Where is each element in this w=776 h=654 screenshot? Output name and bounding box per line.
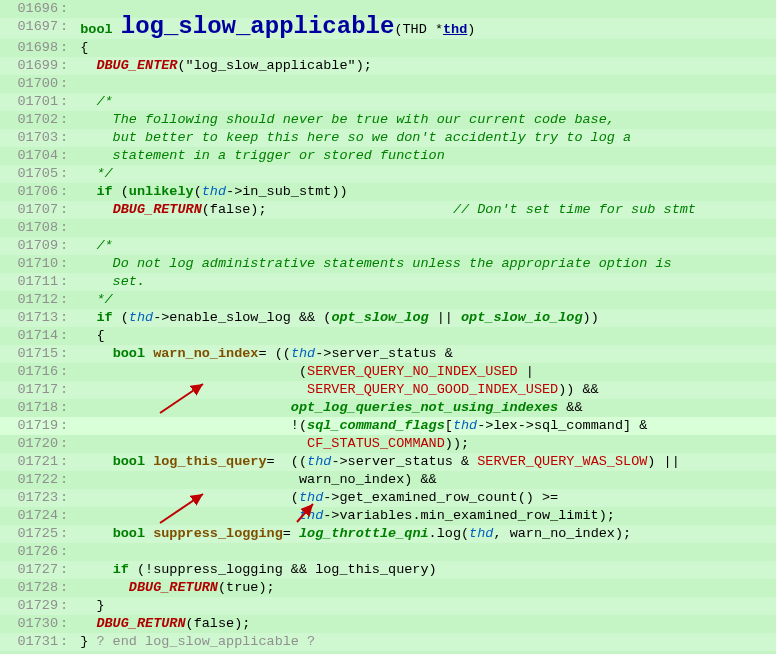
line-number: 01724 xyxy=(0,507,60,525)
code-line: 01718: opt_log_queries_not_using_indexes… xyxy=(0,399,776,417)
line-number: 01712 xyxy=(0,291,60,309)
line-number: 01726 xyxy=(0,543,60,561)
var-warn-no-index: warn_no_index xyxy=(153,346,258,361)
code-line: 01724: thd->variables.min_examined_row_l… xyxy=(0,507,776,525)
line-number: 01701 xyxy=(0,93,60,111)
line-number: 01715 xyxy=(0,345,60,363)
line-number: 01707 xyxy=(0,201,60,219)
line-number: 01711 xyxy=(0,273,60,291)
line-number: 01713 xyxy=(0,309,60,327)
line-number: 01719 xyxy=(0,417,60,435)
code-line: 01714: { xyxy=(0,327,776,345)
code-line: 01707: DBUG_RETURN(false); // Don't set … xyxy=(0,201,776,219)
code-line: 01711: set. xyxy=(0,273,776,291)
code-line: 01706: if (unlikely(thd->in_sub_stmt)) xyxy=(0,183,776,201)
line-number: 01702 xyxy=(0,111,60,129)
code-line: 01717: SERVER_QUERY_NO_GOOD_INDEX_USED))… xyxy=(0,381,776,399)
code-line: 01722: warn_no_index) && xyxy=(0,471,776,489)
line-number: 01709 xyxy=(0,237,60,255)
line-number: 01728 xyxy=(0,579,60,597)
code-line: 01719: !(sql_command_flags[thd->lex->sql… xyxy=(0,417,776,435)
line-number: 01731 xyxy=(0,633,60,651)
line-number: 01725 xyxy=(0,525,60,543)
code-line: 01710: Do not log administrative stateme… xyxy=(0,255,776,273)
code-line: 01698: { xyxy=(0,39,776,57)
code-line: 01715: bool warn_no_index= ((thd->server… xyxy=(0,345,776,363)
line-number: 01706 xyxy=(0,183,60,201)
line-number: 01721 xyxy=(0,453,60,471)
line-number: 01696 xyxy=(0,0,60,18)
line-number: 01704 xyxy=(0,147,60,165)
line-number: 01698 xyxy=(0,39,60,57)
line-number: 01703 xyxy=(0,129,60,147)
line-number: 01700 xyxy=(0,75,60,93)
line-number: 01722 xyxy=(0,471,60,489)
line-number: 01727 xyxy=(0,561,60,579)
code-line: 01713: if (thd->enable_slow_log && (opt_… xyxy=(0,309,776,327)
line-number: 01717 xyxy=(0,381,60,399)
code-line: 01699: DBUG_ENTER("log_slow_applicable")… xyxy=(0,57,776,75)
line-number: 01723 xyxy=(0,489,60,507)
code-line: 01723: (thd->get_examined_row_count() >= xyxy=(0,489,776,507)
code-line: 01729: } xyxy=(0,597,776,615)
code-line: 01727: if (!suppress_logging && log_this… xyxy=(0,561,776,579)
code-line: 01708: xyxy=(0,219,776,237)
code-line: 01731: } ? end log_slow_applicable ? xyxy=(0,633,776,651)
code-line: 01702: The following should never be tru… xyxy=(0,111,776,129)
line-number: 01714 xyxy=(0,327,60,345)
code-line: 01704: statement in a trigger or stored … xyxy=(0,147,776,165)
code-line: 01697: bool log_slow_applicable(THD *thd… xyxy=(0,18,776,39)
code-line: 01720: CF_STATUS_COMMAND)); xyxy=(0,435,776,453)
code-line: 01705: */ xyxy=(0,165,776,183)
function-name: log_slow_applicable xyxy=(121,13,395,40)
line-number: 01716 xyxy=(0,363,60,381)
code-line: 01721: bool log_this_query= ((thd->serve… xyxy=(0,453,776,471)
line-number: 01699 xyxy=(0,57,60,75)
code-line: 01716: (SERVER_QUERY_NO_INDEX_USED | xyxy=(0,363,776,381)
code-listing: 01696: 01697: bool log_slow_applicable(T… xyxy=(0,0,776,651)
line-number: 01720 xyxy=(0,435,60,453)
line-number: 01730 xyxy=(0,615,60,633)
code-line: 01701: /* xyxy=(0,93,776,111)
code-line: 01730: DBUG_RETURN(false); xyxy=(0,615,776,633)
code-line: 01709: /* xyxy=(0,237,776,255)
line-number: 01697 xyxy=(0,18,60,39)
code-line: 01700: xyxy=(0,75,776,93)
var-log-this-query: log_this_query xyxy=(153,454,266,469)
line-number: 01729 xyxy=(0,597,60,615)
line-number: 01708 xyxy=(0,219,60,237)
line-number: 01718 xyxy=(0,399,60,417)
code-line: 01703: but better to keep this here so w… xyxy=(0,129,776,147)
line-number: 01705 xyxy=(0,165,60,183)
code-line: 01726: xyxy=(0,543,776,561)
code-line: 01728: DBUG_RETURN(true); xyxy=(0,579,776,597)
code-line: 01725: bool suppress_logging= log_thrott… xyxy=(0,525,776,543)
line-number: 01710 xyxy=(0,255,60,273)
code-line: 01712: */ xyxy=(0,291,776,309)
